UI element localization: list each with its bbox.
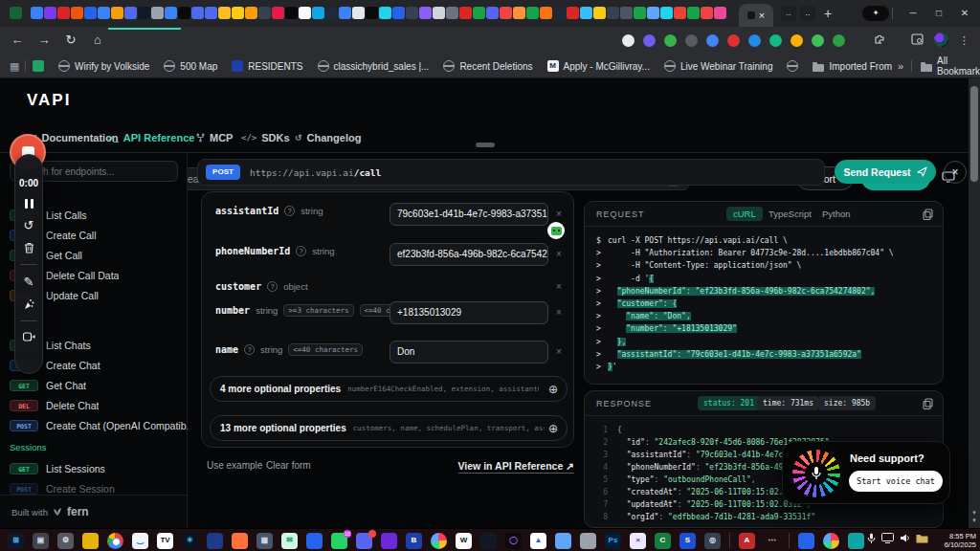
taskbar-clock[interactable]: 8:55 PM 6/10/2025	[945, 532, 976, 549]
restart-icon[interactable]: ↺	[24, 219, 34, 231]
taskbar-app[interactable]	[82, 533, 99, 549]
back-icon[interactable]: ←	[8, 27, 27, 54]
pinned-tab[interactable]	[567, 7, 579, 19]
taskbar-app[interactable]: ▦	[256, 533, 273, 549]
use-example-link[interactable]: Use example	[207, 460, 262, 471]
folder-icon[interactable]	[916, 534, 928, 543]
taskbar-app[interactable]	[798, 533, 814, 549]
active-tab[interactable]: ×	[739, 4, 773, 27]
extension-icon[interactable]	[727, 34, 740, 47]
taskbar-app[interactable]: ◎	[704, 533, 721, 549]
reload-icon[interactable]: ↻	[61, 27, 80, 54]
bookmark-item[interactable]: RESIDENTS	[232, 60, 302, 72]
tab-group-stub[interactable]: ‥	[800, 6, 815, 21]
tab-mcp[interactable]: MCP	[196, 122, 233, 152]
trash-icon[interactable]	[24, 242, 34, 253]
name-input[interactable]: Don	[390, 341, 548, 364]
vapi-logo[interactable]: VAPI	[27, 91, 71, 110]
taskbar-app[interactable]: C	[655, 533, 671, 549]
pinned-tab[interactable]	[540, 7, 552, 19]
tab-api-reference[interactable]: >_ API Reference	[108, 122, 194, 152]
pinned-tab[interactable]	[379, 7, 391, 19]
pinned-tab[interactable]	[580, 7, 592, 19]
remove-field-icon[interactable]: ×	[556, 307, 562, 318]
taskbar-app[interactable]: ✉	[281, 533, 298, 549]
taskbar-app[interactable]	[431, 533, 447, 549]
taskbar-app[interactable]: ‿	[132, 533, 148, 549]
expand-plus-icon[interactable]: ⊕	[548, 422, 558, 435]
taskbar-app[interactable]: ◯	[505, 533, 522, 549]
pinned-tab[interactable]	[312, 7, 324, 19]
browser-menu-icon[interactable]: ⋮	[959, 27, 969, 54]
pinned-tab[interactable]	[607, 7, 619, 19]
taskbar-app[interactable]	[232, 533, 248, 549]
bookmark-item[interactable]: classichybrid_sales |...	[318, 60, 430, 72]
pinned-tab[interactable]	[191, 7, 204, 19]
start-voice-chat-button[interactable]: Start voice chat	[849, 471, 943, 492]
tab-changelog[interactable]: ↺ Changelog	[295, 122, 361, 152]
extension-icon[interactable]	[706, 34, 719, 47]
extension-icon[interactable]	[685, 34, 698, 47]
tab-close-icon[interactable]: ×	[759, 11, 765, 21]
pinned-tab[interactable]	[138, 7, 150, 19]
extensions-puzzle-icon[interactable]	[874, 33, 885, 45]
taskbar-app[interactable]: ×	[630, 533, 646, 549]
extension-icon[interactable]	[643, 34, 656, 47]
extension-icon[interactable]	[791, 34, 803, 47]
taskbar-app[interactable]: ⚙	[57, 533, 74, 549]
remove-field-icon[interactable]: ×	[556, 346, 562, 357]
pinned-tab[interactable]	[406, 7, 418, 19]
taskbar-app[interactable]: ⋯	[764, 533, 780, 549]
remove-field-icon[interactable]: ×	[556, 281, 562, 292]
pinned-tab[interactable]	[44, 7, 56, 19]
pinned-tab[interactable]	[325, 7, 338, 19]
drag-handle[interactable]	[476, 143, 495, 147]
browser-spark-button[interactable]: ✦	[862, 6, 889, 21]
cast-screen-icon[interactable]	[881, 533, 894, 543]
taskbar-app[interactable]	[480, 533, 497, 549]
taskbar-app[interactable]: ✳	[182, 533, 198, 549]
bookmark-item[interactable]: Apply - McGillivray...	[547, 60, 650, 72]
window-minimize-button[interactable]: ─	[902, 0, 924, 27]
camera-icon[interactable]	[23, 332, 35, 342]
pinned-tab[interactable]	[433, 7, 445, 19]
pinned-tab[interactable]	[473, 7, 485, 19]
pinned-tab[interactable]	[272, 7, 284, 19]
pinned-tab[interactable]	[151, 7, 164, 19]
pinned-tab[interactable]	[258, 7, 271, 19]
pinned-tab[interactable]	[687, 7, 700, 19]
pinned-tab[interactable]	[339, 7, 351, 19]
taskbar-app[interactable]	[555, 533, 571, 549]
pinned-tab[interactable]	[526, 7, 539, 19]
pinned-tab[interactable]	[419, 7, 432, 19]
pinned-tab[interactable]	[459, 7, 472, 19]
taskbar-app[interactable]	[381, 533, 397, 549]
pinned-tab[interactable]	[84, 7, 97, 19]
taskbar-app[interactable]: TV	[157, 533, 173, 549]
extension-robot-button[interactable]	[547, 222, 565, 239]
pinned-tab[interactable]	[486, 7, 499, 19]
copy-icon[interactable]	[923, 209, 933, 220]
profile-avatar[interactable]	[934, 33, 948, 47]
bookmark-item[interactable]	[33, 60, 44, 72]
pinned-tab[interactable]	[634, 7, 646, 19]
clear-form-link[interactable]: Clear form	[266, 460, 311, 471]
taskbar-app[interactable]: S	[679, 533, 696, 549]
help-icon[interactable]: ?	[244, 344, 255, 355]
sidebar-item-get-chat[interactable]: GETGet Chat	[0, 375, 188, 395]
extension-icon[interactable]	[769, 34, 782, 47]
pinned-tab[interactable]	[111, 7, 123, 19]
pinned-tab[interactable]	[98, 7, 110, 19]
new-tab-button[interactable]: +	[819, 5, 836, 22]
help-icon[interactable]: ?	[296, 246, 306, 256]
help-icon[interactable]: ?	[284, 206, 295, 216]
pinned-tab[interactable]	[647, 7, 659, 19]
taskbar-app[interactable]	[848, 533, 864, 549]
bookmark-item[interactable]: 500 Map	[164, 60, 217, 72]
scroll-down-arrows[interactable]: ▾▾	[969, 509, 979, 524]
optional-properties-row[interactable]: 4 more optional properties numberE164Che…	[210, 376, 568, 402]
pinned-tab[interactable]	[660, 7, 673, 19]
view-in-api-reference-link[interactable]: View in API Reference ↗	[458, 460, 574, 474]
request-code[interactable]: $curl -X POST https://api.vapi.ai/call \…	[585, 227, 943, 373]
pinned-tab[interactable]	[392, 7, 405, 19]
